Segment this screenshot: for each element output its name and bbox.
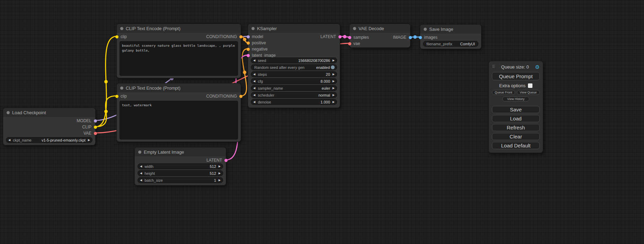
drag-handle-icon[interactable]: ⠿ <box>492 64 495 69</box>
decrement-arrow-icon[interactable]: ◀ <box>253 94 255 97</box>
decrement-arrow-icon[interactable]: ◀ <box>140 172 142 175</box>
node-collapse-icon[interactable] <box>7 111 10 114</box>
node-vae-decode[interactable]: VAE Decode samples IMAGE vae <box>349 24 411 48</box>
increment-arrow-icon[interactable]: ▶ <box>333 101 335 103</box>
node-title-bar[interactable]: Save Image <box>420 25 481 34</box>
prompt-textarea[interactable]: beautiful scenery nature glass bottle la… <box>120 41 238 76</box>
decrement-arrow-icon[interactable]: ◀ <box>253 80 255 83</box>
decrement-arrow-icon[interactable]: ◀ <box>140 165 142 168</box>
increment-arrow-icon[interactable]: ▶ <box>219 165 221 168</box>
increment-arrow-icon[interactable]: ▶ <box>333 73 335 76</box>
decrement-arrow-icon[interactable]: ◀ <box>8 139 10 142</box>
refresh-button[interactable]: Refresh <box>492 124 540 131</box>
node-save-image[interactable]: Save Image images filename_prefix ComfyU… <box>420 24 482 49</box>
slot-row[interactable]: clip CONDITIONING <box>117 93 241 99</box>
toggle-ball-icon[interactable] <box>331 65 335 69</box>
decrement-arrow-icon[interactable]: ◀ <box>253 73 255 76</box>
latent-output-dot[interactable] <box>338 35 342 38</box>
decrement-arrow-icon[interactable]: ◀ <box>253 59 255 62</box>
save-button[interactable]: Save <box>492 106 540 113</box>
filename-prefix-widget[interactable]: filename_prefix ComfyUI <box>423 41 478 47</box>
slot-positive-input[interactable]: positive <box>248 40 340 46</box>
model-input-dot[interactable] <box>247 35 250 38</box>
view-queue-button[interactable]: View Queue <box>517 90 540 95</box>
images-input-dot[interactable] <box>419 36 422 39</box>
conditioning-output-dot[interactable] <box>239 95 242 98</box>
extra-options-checkbox[interactable] <box>528 83 532 88</box>
ckpt-name-widget[interactable]: ◀ ckpt_name v1-5-pruned-emaonly.ckpt ▶ <box>6 137 92 143</box>
settings-gear-icon[interactable]: ⚙ <box>535 64 540 70</box>
latent-image-input-dot[interactable] <box>247 54 250 57</box>
vae-input-dot[interactable] <box>348 42 351 45</box>
seed-widget[interactable]: ◀ seed 156680208700286 ▶ <box>251 57 337 63</box>
vae-output-dot[interactable] <box>94 132 97 135</box>
slot-vae-input[interactable]: vae <box>350 40 410 47</box>
width-widget[interactable]: ◀ width 512 ▶ <box>138 163 223 169</box>
load-button[interactable]: Load <box>492 115 540 122</box>
slot-latent-output[interactable]: LATENT <box>135 157 226 163</box>
slot-row[interactable]: model LATENT <box>248 34 340 40</box>
slot-model-output[interactable]: MODEL <box>3 118 95 124</box>
node-collapse-icon[interactable] <box>138 151 141 154</box>
node-collapse-icon[interactable] <box>252 27 255 30</box>
queue-small-buttons-row: Queue Front View Queue <box>492 90 540 95</box>
height-widget[interactable]: ◀ height 512 ▶ <box>138 170 223 176</box>
clear-button[interactable]: Clear <box>492 133 540 140</box>
increment-arrow-icon[interactable]: ▶ <box>219 172 221 175</box>
increment-arrow-icon[interactable]: ▶ <box>333 80 335 83</box>
clip-input-dot[interactable] <box>115 95 118 98</box>
conditioning-output-dot[interactable] <box>239 35 242 38</box>
latent-output-dot[interactable] <box>224 159 228 162</box>
slot-row[interactable]: samples IMAGE <box>350 34 410 40</box>
scheduler-widget[interactable]: ◀ scheduler normal ▶ <box>251 92 337 98</box>
steps-widget[interactable]: ◀ steps 20 ▶ <box>251 71 337 77</box>
increment-arrow-icon[interactable]: ▶ <box>219 179 221 182</box>
image-output-dot[interactable] <box>409 36 412 39</box>
slot-label: MODEL <box>77 118 91 123</box>
slot-images-input[interactable]: images <box>420 34 481 40</box>
decrement-arrow-icon[interactable]: ◀ <box>140 179 142 182</box>
slot-vae-output[interactable]: VAE <box>3 130 95 136</box>
sampler-name-widget[interactable]: ◀ sampler_name euler ▶ <box>251 85 337 91</box>
queue-prompt-button[interactable]: Queue Prompt <box>492 72 540 80</box>
increment-arrow-icon[interactable]: ▶ <box>88 139 90 142</box>
slot-negative-input[interactable]: negative <box>248 46 340 52</box>
view-history-button[interactable]: View History <box>502 97 529 101</box>
queue-front-button[interactable]: Queue Front <box>492 90 515 95</box>
node-collapse-icon[interactable] <box>120 27 123 30</box>
control-after-generate-widget[interactable]: Random seed after every gen enabled <box>251 64 337 70</box>
node-collapse-icon[interactable] <box>353 27 356 30</box>
node-load-checkpoint[interactable]: Load Checkpoint MODEL CLIP VAE ◀ ckpt_na… <box>3 108 96 145</box>
prompt-textarea[interactable]: text, watermark <box>120 101 238 139</box>
increment-arrow-icon[interactable]: ▶ <box>333 59 335 62</box>
slot-row[interactable]: clip CONDITIONING <box>117 34 241 40</box>
node-title-bar[interactable]: VAE Decode <box>350 24 410 33</box>
node-title-bar[interactable]: CLIP Text Encode (Prompt) <box>117 83 241 92</box>
decrement-arrow-icon[interactable]: ◀ <box>253 87 255 90</box>
node-ksampler[interactable]: KSampler model LATENT positive negative … <box>248 24 340 108</box>
node-title-bar[interactable]: Empty Latent Image <box>135 147 226 156</box>
node-title-bar[interactable]: Load Checkpoint <box>3 108 95 117</box>
node-clip-text-encode-negative[interactable]: CLIP Text Encode (Prompt) clip CONDITION… <box>116 83 241 142</box>
node-graph-canvas[interactable]: Load Checkpoint MODEL CLIP VAE ◀ ckpt_na… <box>0 0 644 244</box>
slot-clip-output[interactable]: CLIP <box>3 124 95 130</box>
batch-size-widget[interactable]: ◀ batch_size 1 ▶ <box>138 177 223 183</box>
node-clip-text-encode-positive[interactable]: CLIP Text Encode (Prompt) clip CONDITION… <box>116 24 241 78</box>
positive-input-dot[interactable] <box>247 42 250 45</box>
node-empty-latent-image[interactable]: Empty Latent Image LATENT ◀ width 512 ▶ … <box>134 147 226 186</box>
negative-input-dot[interactable] <box>247 48 250 51</box>
decrement-arrow-icon[interactable]: ◀ <box>253 101 255 103</box>
clip-output-dot[interactable] <box>94 126 97 129</box>
clip-input-dot[interactable] <box>115 35 118 38</box>
node-title-bar[interactable]: KSampler <box>248 24 340 33</box>
increment-arrow-icon[interactable]: ▶ <box>333 87 335 90</box>
load-default-button[interactable]: Load Default <box>492 142 540 149</box>
model-output-dot[interactable] <box>94 119 97 123</box>
denoise-widget[interactable]: ◀ denoise 1.000 ▶ <box>251 99 337 105</box>
cfg-widget[interactable]: ◀ cfg 8.000 ▶ <box>251 78 337 84</box>
node-collapse-icon[interactable] <box>120 87 123 90</box>
node-collapse-icon[interactable] <box>424 28 427 31</box>
increment-arrow-icon[interactable]: ▶ <box>333 94 335 97</box>
node-title-bar[interactable]: CLIP Text Encode (Prompt) <box>117 24 241 33</box>
samples-input-dot[interactable] <box>348 36 351 39</box>
